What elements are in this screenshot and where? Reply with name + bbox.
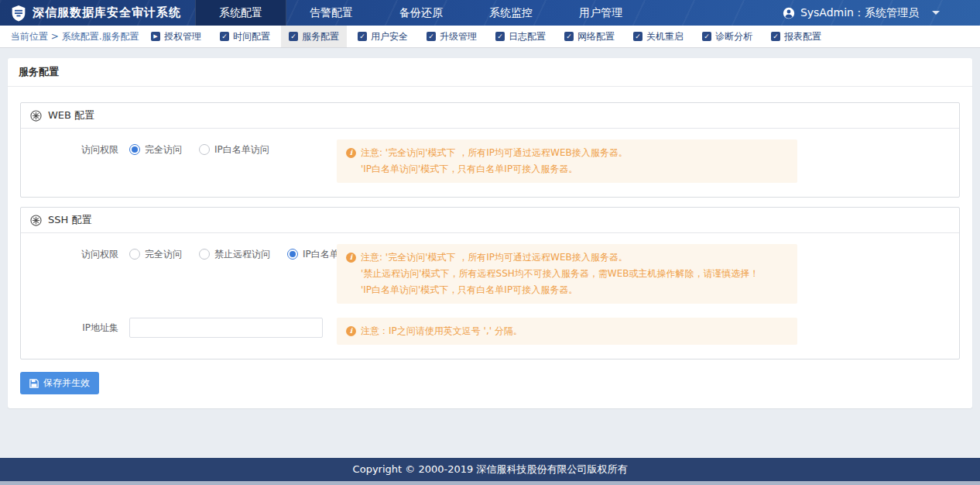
tab-label: 诊断分析 [715,30,752,43]
radio-ssh-deny-remote[interactable]: 禁止远程访问 [199,248,270,261]
tab-label: 用户安全 [371,30,408,43]
tab-report-config[interactable]: ✓ 报表配置 [763,26,829,47]
tab-license-management[interactable]: ▶ 授权管理 [143,26,209,47]
radio-label: IP白名单访问 [214,143,269,157]
ssh-access-row: 访问权限 完全访问 禁止远程访问 [30,244,950,304]
ip-note: i 注意：IP之间请使用英文逗号 ',' 分隔。 [337,318,797,345]
web-section-title: WEB 配置 [48,108,94,122]
radio-icon [199,144,210,155]
tab-shutdown-restart[interactable]: ✓ 关机重启 [625,26,691,47]
note-line: '禁止远程访问'模式下，所有远程SSH均不可接入服务器，需WEB或主机操作解除，… [346,266,788,282]
tab-network-config[interactable]: ✓ 网络配置 [557,26,622,47]
main-nav: 系统配置 告警配置 备份还原 系统监控 用户管理 [195,0,646,26]
web-config-section: WEB 配置 访问权限 完全访问 IP白名单访问 [20,102,960,198]
ssh-section-header: SSH 配置 [21,208,959,233]
ip-address-input[interactable] [129,318,323,338]
checkbox-icon: ✓ [289,32,298,41]
shield-logo-icon [11,5,26,22]
checkbox-icon: ✓ [564,32,574,41]
note-text: '禁止远程访问'模式下，所有远程SSH均不可接入服务器，需WEB或主机操作解除，… [361,266,759,282]
top-header: 深信服数据库安全审计系统 系统配置 告警配置 备份还原 系统监控 用户管理 Sy… [0,0,980,26]
brand: 深信服数据库安全审计系统 [0,0,195,26]
ip-address-row: IP地址集 i 注意：IP之间请使用英文逗号 ',' 分隔。 [30,318,950,345]
tab-user-security[interactable]: ✓ 用户安全 [350,26,416,47]
note-text: 注意: '完全访问'模式下 ，所有IP均可通过远程WEB接入服务器。 [361,249,628,266]
web-access-radios: 完全访问 IP白名单访问 [129,139,337,160]
radio-web-ip-whitelist[interactable]: IP白名单访问 [199,143,269,157]
footer-strip [0,481,980,485]
web-note: i 注意: '完全访问'模式下 ，所有IP均可通过远程WEB接入服务器。 'IP… [337,139,797,183]
play-square-icon: ▶ [151,32,160,41]
save-disk-icon [29,379,39,388]
tab-label: 报表配置 [784,30,821,43]
ip-address-control [129,318,337,338]
gear-icon [30,215,42,226]
main-area: 服务配置 [0,48,980,458]
tab-diagnostic-analysis[interactable]: ✓ 诊断分析 [694,26,760,47]
checkbox-icon: ✓ [495,32,505,41]
tab-log-config[interactable]: ✓ 日志配置 [488,26,553,47]
radio-icon [129,249,140,260]
web-section-header: WEB 配置 [21,103,959,129]
tab-label: 日志配置 [509,30,546,43]
info-icon: i [346,326,356,336]
sub-tabs: ▶ 授权管理 ✓ 时间配置 ✓ 服务配置 ✓ 用户安全 ✓ 升级管理 ✓ 日志配… [143,26,832,47]
checkbox-icon: ✓ [427,32,436,41]
ssh-note: i 注意: '完全访问'模式下 ，所有IP均可通过远程WEB接入服务器。 '禁止… [337,244,797,304]
nav-item-system-monitor[interactable]: 系统监控 [466,0,556,26]
tab-label: 关机重启 [646,30,684,43]
note-line: i 注意: '完全访问'模式下 ，所有IP均可通过远程WEB接入服务器。 [346,249,788,266]
note-line: 'IP白名单访问'模式下，只有白名单IP可接入服务器。 [346,282,788,298]
tab-label: 网络配置 [577,30,615,43]
tab-service-config[interactable]: ✓ 服务配置 [281,26,347,47]
breadcrumb: 当前位置 > 系统配置.服务配置 [0,26,143,47]
note-line: i 注意: '完全访问'模式下 ，所有IP均可通过远程WEB接入服务器。 [346,145,788,161]
note-text: 'IP白名单访问'模式下，只有白名单IP可接入服务器。 [361,161,577,177]
footer: Copyright © 2000-2019 深信服科技股份有限公司版权所有 [0,458,980,481]
user-menu[interactable]: SysAdmin：系统管理员 [775,0,980,26]
ssh-access-radios: 完全访问 禁止远程访问 IP白名单访问 [129,244,337,264]
chevron-down-icon [932,11,940,15]
ssh-section-body: 访问权限 完全访问 禁止远程访问 [21,233,959,359]
user-avatar-icon [783,7,795,19]
ssh-section-title: SSH 配置 [48,213,91,227]
checkbox-icon: ✓ [358,32,367,41]
nav-item-user-management[interactable]: 用户管理 [556,0,646,26]
note-text: 'IP白名单访问'模式下，只有白名单IP可接入服务器。 [361,282,577,298]
nav-item-backup-restore[interactable]: 备份还原 [376,0,466,26]
checkbox-icon: ✓ [220,32,229,41]
radio-icon [129,144,140,155]
checkbox-icon: ✓ [633,32,642,41]
web-access-row: 访问权限 完全访问 IP白名单访问 [30,139,950,183]
web-section-body: 访问权限 完全访问 IP白名单访问 [21,129,959,197]
nav-item-alert-config[interactable]: 告警配置 [286,0,376,26]
checkbox-icon: ✓ [771,32,780,41]
radio-label: 禁止远程访问 [214,248,270,261]
save-button-label: 保存并生效 [43,377,90,390]
brand-title: 深信服数据库安全审计系统 [33,5,181,20]
user-label: SysAdmin：系统管理员 [800,6,919,20]
ssh-access-label: 访问权限 [30,244,129,264]
radio-label: 完全访问 [145,248,182,261]
web-access-label: 访问权限 [30,139,129,160]
ip-address-label: IP地址集 [30,318,129,338]
radio-icon [199,249,210,260]
radio-label: 完全访问 [145,143,182,157]
note-line: i 注意：IP之间请使用英文逗号 ',' 分隔。 [346,323,788,339]
info-icon: i [346,253,356,263]
ssh-config-section: SSH 配置 访问权限 完全访问 禁止远程访问 [20,207,960,359]
nav-item-system-config[interactable]: 系统配置 [195,0,286,26]
note-text: 注意：IP之间请使用英文逗号 ',' 分隔。 [361,323,523,339]
gear-icon [30,110,42,122]
radio-web-full-access[interactable]: 完全访问 [129,143,182,157]
tab-time-config[interactable]: ✓ 时间配置 [212,26,278,47]
tab-upgrade-management[interactable]: ✓ 升级管理 [419,26,485,47]
radio-ssh-full-access[interactable]: 完全访问 [129,248,182,261]
card-body: WEB 配置 访问权限 完全访问 IP白名单访问 [8,87,972,408]
tab-label: 升级管理 [440,30,477,43]
copyright-text: Copyright © 2000-2019 深信服科技股份有限公司版权所有 [353,463,628,476]
checkbox-icon: ✓ [702,32,711,41]
save-button[interactable]: 保存并生效 [20,372,99,394]
service-config-card: 服务配置 [8,58,972,408]
note-line: 'IP白名单访问'模式下，只有白名单IP可接入服务器。 [346,161,788,177]
